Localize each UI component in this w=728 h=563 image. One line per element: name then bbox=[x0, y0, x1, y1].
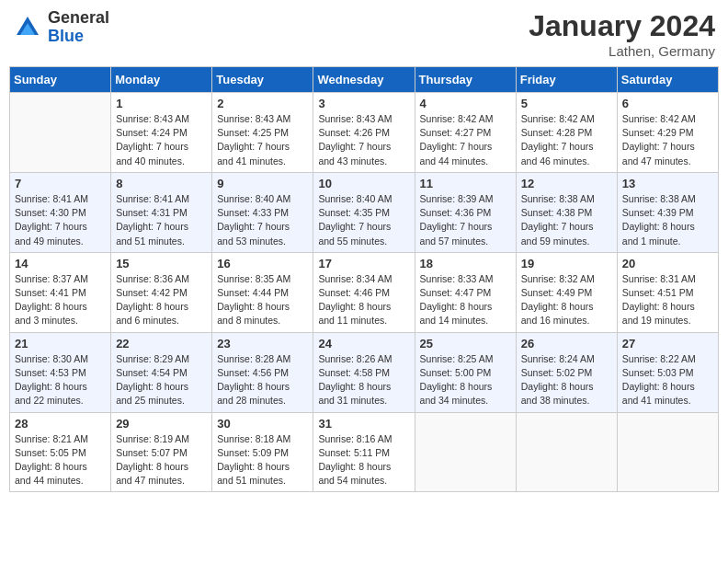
day-number: 23 bbox=[217, 337, 308, 350]
calendar-cell: 22Sunrise: 8:29 AMSunset: 4:54 PMDayligh… bbox=[111, 332, 212, 412]
calendar-cell: 8Sunrise: 8:41 AMSunset: 4:31 PMDaylight… bbox=[111, 172, 212, 252]
day-info: Sunrise: 8:41 AMSunset: 4:30 PMDaylight:… bbox=[15, 192, 106, 248]
calendar-cell: 25Sunrise: 8:25 AMSunset: 5:00 PMDayligh… bbox=[415, 332, 516, 412]
day-info: Sunrise: 8:42 AMSunset: 4:27 PMDaylight:… bbox=[420, 112, 511, 168]
day-info: Sunrise: 8:38 AMSunset: 4:38 PMDaylight:… bbox=[521, 192, 612, 248]
logo-text: General Blue bbox=[48, 9, 109, 46]
calendar-cell: 3Sunrise: 8:43 AMSunset: 4:26 PMDaylight… bbox=[313, 93, 415, 173]
calendar-cell: 23Sunrise: 8:28 AMSunset: 4:56 PMDayligh… bbox=[212, 332, 313, 412]
calendar-cell: 4Sunrise: 8:42 AMSunset: 4:27 PMDaylight… bbox=[415, 93, 516, 173]
calendar-cell: 1Sunrise: 8:43 AMSunset: 4:24 PMDaylight… bbox=[111, 93, 212, 173]
day-info: Sunrise: 8:32 AMSunset: 4:49 PMDaylight:… bbox=[521, 272, 612, 328]
col-tuesday: Tuesday bbox=[212, 67, 313, 93]
calendar-cell bbox=[415, 412, 516, 492]
day-info: Sunrise: 8:38 AMSunset: 4:39 PMDaylight:… bbox=[622, 192, 713, 248]
day-number: 22 bbox=[116, 337, 207, 350]
calendar-cell bbox=[516, 412, 617, 492]
calendar-table: Sunday Monday Tuesday Wednesday Thursday… bbox=[9, 66, 719, 492]
calendar-cell: 19Sunrise: 8:32 AMSunset: 4:49 PMDayligh… bbox=[516, 252, 617, 332]
day-info: Sunrise: 8:21 AMSunset: 5:05 PMDaylight:… bbox=[15, 432, 106, 488]
day-number: 4 bbox=[420, 97, 511, 110]
calendar-cell bbox=[10, 93, 111, 173]
calendar-cell: 14Sunrise: 8:37 AMSunset: 4:41 PMDayligh… bbox=[10, 252, 111, 332]
day-info: Sunrise: 8:43 AMSunset: 4:24 PMDaylight:… bbox=[116, 112, 207, 168]
logo-blue-text: Blue bbox=[48, 28, 109, 46]
day-number: 14 bbox=[15, 257, 106, 270]
calendar-cell: 2Sunrise: 8:43 AMSunset: 4:25 PMDaylight… bbox=[212, 93, 313, 173]
calendar-cell: 5Sunrise: 8:42 AMSunset: 4:28 PMDaylight… bbox=[516, 93, 617, 173]
calendar-cell: 27Sunrise: 8:22 AMSunset: 5:03 PMDayligh… bbox=[617, 332, 718, 412]
day-info: Sunrise: 8:30 AMSunset: 4:53 PMDaylight:… bbox=[15, 352, 106, 408]
page-header: General Blue January 2024 Lathen, German… bbox=[9, 9, 719, 59]
title-block: January 2024 Lathen, Germany bbox=[529, 9, 715, 59]
calendar-cell: 30Sunrise: 8:18 AMSunset: 5:09 PMDayligh… bbox=[212, 412, 313, 492]
calendar-cell: 10Sunrise: 8:40 AMSunset: 4:35 PMDayligh… bbox=[313, 172, 415, 252]
day-info: Sunrise: 8:16 AMSunset: 5:11 PMDaylight:… bbox=[318, 432, 409, 488]
calendar-cell: 15Sunrise: 8:36 AMSunset: 4:42 PMDayligh… bbox=[111, 252, 212, 332]
calendar-cell: 7Sunrise: 8:41 AMSunset: 4:30 PMDaylight… bbox=[10, 172, 111, 252]
calendar-cell: 9Sunrise: 8:40 AMSunset: 4:33 PMDaylight… bbox=[212, 172, 313, 252]
day-number: 15 bbox=[116, 257, 207, 270]
day-number: 11 bbox=[420, 177, 511, 190]
calendar-cell: 18Sunrise: 8:33 AMSunset: 4:47 PMDayligh… bbox=[415, 252, 516, 332]
calendar-cell bbox=[617, 412, 718, 492]
day-info: Sunrise: 8:42 AMSunset: 4:29 PMDaylight:… bbox=[622, 112, 713, 168]
day-number: 20 bbox=[622, 257, 713, 270]
day-number: 3 bbox=[318, 97, 409, 110]
day-info: Sunrise: 8:39 AMSunset: 4:36 PMDaylight:… bbox=[420, 192, 511, 248]
calendar-cell: 16Sunrise: 8:35 AMSunset: 4:44 PMDayligh… bbox=[212, 252, 313, 332]
day-number: 12 bbox=[521, 177, 612, 190]
day-info: Sunrise: 8:29 AMSunset: 4:54 PMDaylight:… bbox=[116, 352, 207, 408]
day-number: 18 bbox=[420, 257, 511, 270]
col-friday: Friday bbox=[516, 67, 617, 93]
logo: General Blue bbox=[13, 9, 109, 46]
calendar-cell: 12Sunrise: 8:38 AMSunset: 4:38 PMDayligh… bbox=[516, 172, 617, 252]
day-info: Sunrise: 8:40 AMSunset: 4:33 PMDaylight:… bbox=[217, 192, 308, 248]
calendar-cell: 29Sunrise: 8:19 AMSunset: 5:07 PMDayligh… bbox=[111, 412, 212, 492]
day-number: 29 bbox=[116, 417, 207, 431]
day-info: Sunrise: 8:37 AMSunset: 4:41 PMDaylight:… bbox=[15, 272, 106, 328]
calendar-cell: 11Sunrise: 8:39 AMSunset: 4:36 PMDayligh… bbox=[415, 172, 516, 252]
day-number: 17 bbox=[318, 257, 409, 270]
day-number: 28 bbox=[15, 417, 106, 431]
calendar-cell: 28Sunrise: 8:21 AMSunset: 5:05 PMDayligh… bbox=[10, 412, 111, 492]
day-number: 19 bbox=[521, 257, 612, 270]
day-number: 5 bbox=[521, 97, 612, 110]
calendar-week-row: 21Sunrise: 8:30 AMSunset: 4:53 PMDayligh… bbox=[10, 332, 719, 412]
location-text: Lathen, Germany bbox=[529, 43, 715, 59]
day-info: Sunrise: 8:43 AMSunset: 4:26 PMDaylight:… bbox=[318, 112, 409, 168]
day-info: Sunrise: 8:40 AMSunset: 4:35 PMDaylight:… bbox=[318, 192, 409, 248]
day-number: 13 bbox=[622, 177, 713, 190]
day-number: 10 bbox=[318, 177, 409, 190]
calendar-cell: 20Sunrise: 8:31 AMSunset: 4:51 PMDayligh… bbox=[617, 252, 718, 332]
calendar-cell: 31Sunrise: 8:16 AMSunset: 5:11 PMDayligh… bbox=[313, 412, 415, 492]
logo-general-text: General bbox=[48, 9, 109, 28]
day-number: 31 bbox=[318, 417, 409, 431]
day-info: Sunrise: 8:33 AMSunset: 4:47 PMDaylight:… bbox=[420, 272, 511, 328]
calendar-week-row: 1Sunrise: 8:43 AMSunset: 4:24 PMDaylight… bbox=[10, 93, 719, 173]
calendar-cell: 24Sunrise: 8:26 AMSunset: 4:58 PMDayligh… bbox=[313, 332, 415, 412]
day-number: 26 bbox=[521, 337, 612, 350]
day-number: 30 bbox=[217, 417, 308, 431]
calendar-cell: 21Sunrise: 8:30 AMSunset: 4:53 PMDayligh… bbox=[10, 332, 111, 412]
day-info: Sunrise: 8:22 AMSunset: 5:03 PMDaylight:… bbox=[622, 352, 713, 408]
day-number: 9 bbox=[217, 177, 308, 190]
day-number: 21 bbox=[15, 337, 106, 350]
day-info: Sunrise: 8:25 AMSunset: 5:00 PMDaylight:… bbox=[420, 352, 511, 408]
month-title: January 2024 bbox=[529, 9, 715, 43]
col-sunday: Sunday bbox=[10, 67, 111, 93]
calendar-cell: 6Sunrise: 8:42 AMSunset: 4:29 PMDaylight… bbox=[617, 93, 718, 173]
day-info: Sunrise: 8:43 AMSunset: 4:25 PMDaylight:… bbox=[217, 112, 308, 168]
day-number: 6 bbox=[622, 97, 713, 110]
calendar-cell: 17Sunrise: 8:34 AMSunset: 4:46 PMDayligh… bbox=[313, 252, 415, 332]
day-info: Sunrise: 8:41 AMSunset: 4:31 PMDaylight:… bbox=[116, 192, 207, 248]
day-info: Sunrise: 8:24 AMSunset: 5:02 PMDaylight:… bbox=[521, 352, 612, 408]
calendar-week-row: 14Sunrise: 8:37 AMSunset: 4:41 PMDayligh… bbox=[10, 252, 719, 332]
col-saturday: Saturday bbox=[617, 67, 718, 93]
logo-icon bbox=[13, 13, 42, 42]
col-thursday: Thursday bbox=[415, 67, 516, 93]
day-info: Sunrise: 8:34 AMSunset: 4:46 PMDaylight:… bbox=[318, 272, 409, 328]
day-number: 2 bbox=[217, 97, 308, 110]
day-number: 27 bbox=[622, 337, 713, 350]
day-number: 1 bbox=[116, 97, 207, 110]
